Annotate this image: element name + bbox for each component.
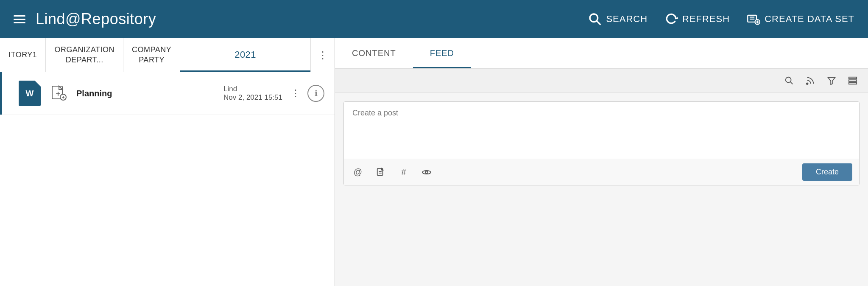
tab-content-label: CONTENT <box>352 48 396 58</box>
post-mention-icon[interactable]: @ <box>351 165 365 179</box>
file-info-button[interactable]: ℹ <box>307 85 324 102</box>
post-file-icon[interactable] <box>374 165 388 179</box>
header: Lind@Repository SEARCH REFRESH <box>0 0 868 38</box>
svg-marker-13 <box>828 78 835 85</box>
refresh-label: REFRESH <box>682 14 730 25</box>
hamburger-menu-button[interactable] <box>14 15 25 23</box>
svg-line-11 <box>790 82 793 84</box>
refresh-icon <box>664 12 678 26</box>
feed-toolbar <box>335 69 868 93</box>
svg-point-20 <box>425 171 428 174</box>
tab-feed[interactable]: FEED <box>413 38 471 68</box>
feed-filter-icon[interactable] <box>825 74 838 87</box>
main-container: ITORY1 ORGANIZATION DEPART... COMPANY PA… <box>0 38 868 286</box>
create-dataset-button[interactable]: CREATE DATA SET <box>747 12 854 26</box>
breadcrumb-bar: ITORY1 ORGANIZATION DEPART... COMPANY PA… <box>0 38 335 72</box>
breadcrumb-itory1[interactable]: ITORY1 <box>0 38 46 72</box>
search-button[interactable]: SEARCH <box>588 12 648 26</box>
row-active-indicator <box>0 72 2 115</box>
file-date: Nov 2, 2021 15:51 <box>223 93 282 102</box>
word-file-icon: W <box>19 81 41 106</box>
create-dataset-label: CREATE DATA SET <box>765 14 854 25</box>
svg-point-10 <box>786 77 791 83</box>
refresh-button[interactable]: REFRESH <box>664 12 730 26</box>
file-name: Planning <box>76 89 223 98</box>
header-actions: SEARCH REFRESH CREATE DATA SET <box>588 12 854 26</box>
svg-point-12 <box>807 83 808 85</box>
feed-search-icon[interactable] <box>782 74 796 87</box>
svg-rect-16 <box>849 83 857 84</box>
create-dataset-icon <box>747 12 760 26</box>
tab-content[interactable]: CONTENT <box>335 38 413 68</box>
post-textarea[interactable] <box>344 102 859 157</box>
file-list: W Planning Lind Nov 2, 2021 15:51 <box>0 72 335 286</box>
post-create-box: @ # <box>343 101 860 185</box>
search-label: SEARCH <box>606 14 648 25</box>
tab-bar: CONTENT FEED <box>335 38 868 69</box>
app-title: Lind@Repository <box>36 10 156 28</box>
breadcrumb-company-party[interactable]: COMPANY PARTY <box>123 38 180 72</box>
post-create-button[interactable]: Create <box>802 163 852 181</box>
svg-rect-15 <box>849 80 857 81</box>
post-actions-bar: @ # <box>344 159 859 185</box>
file-actions: ⋮ ℹ <box>291 85 324 102</box>
post-hashtag-icon[interactable]: # <box>396 165 411 179</box>
table-row: W Planning Lind Nov 2, 2021 15:51 <box>0 72 335 115</box>
breadcrumb-2021[interactable]: 2021 <box>180 38 311 72</box>
file-author: Lind <box>223 85 282 93</box>
file-more-button[interactable]: ⋮ <box>291 88 301 99</box>
left-panel: ITORY1 ORGANIZATION DEPART... COMPANY PA… <box>0 38 335 286</box>
breadcrumb-more-button[interactable]: ⋮ <box>311 38 335 72</box>
svg-point-0 <box>590 14 598 22</box>
svg-line-1 <box>597 21 601 25</box>
feed-area: @ # <box>335 93 868 286</box>
svg-rect-14 <box>849 77 857 79</box>
file-meta: Lind Nov 2, 2021 15:51 <box>223 85 282 102</box>
breadcrumb-org-dept[interactable]: ORGANIZATION DEPART... <box>46 38 123 72</box>
tab-feed-label: FEED <box>430 48 454 58</box>
feed-list-icon[interactable] <box>846 74 860 87</box>
right-panel: CONTENT FEED <box>335 38 868 286</box>
file-ref-icon <box>49 84 68 103</box>
feed-rss-icon[interactable] <box>804 74 817 87</box>
post-eye-icon[interactable] <box>419 165 434 179</box>
search-icon <box>588 12 602 26</box>
